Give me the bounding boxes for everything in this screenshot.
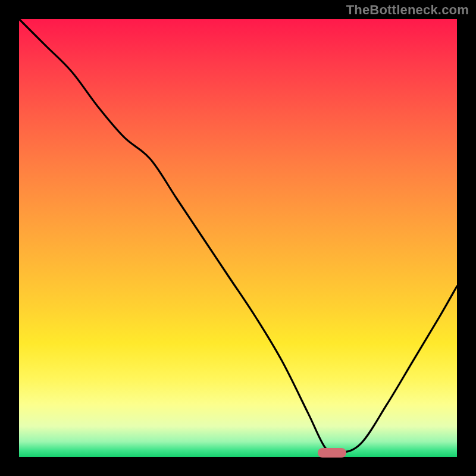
bottleneck-curve-path: [19, 19, 457, 453]
plot-area: [19, 19, 457, 457]
chart-frame: TheBottleneck.com: [0, 0, 476, 476]
optimum-marker: [318, 448, 346, 458]
curve-svg: [19, 19, 457, 457]
attribution-label: TheBottleneck.com: [346, 2, 469, 18]
